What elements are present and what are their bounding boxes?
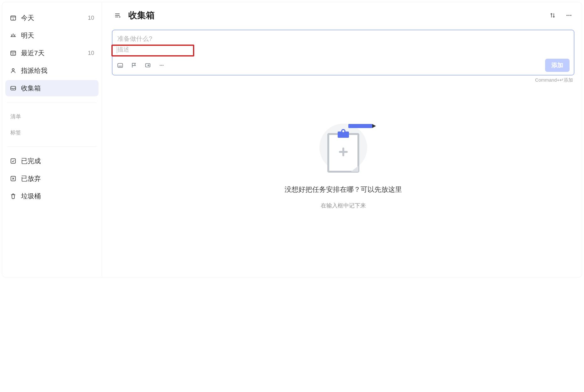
sidebar-item-count: 10	[88, 15, 94, 21]
date-picker-button[interactable]	[117, 62, 124, 69]
move-to-list-button[interactable]	[144, 62, 151, 69]
more-menu-button[interactable]	[564, 10, 574, 21]
sidebar-item-completed[interactable]: 已完成	[5, 153, 99, 169]
empty-title: 没想好把任务安排在哪？可以先放这里	[285, 185, 402, 194]
sidebar-item-trash[interactable]: 垃圾桶	[5, 188, 99, 204]
sidebar: 1 今天 10 明天 Mo 最近7天 10	[2, 2, 102, 277]
sidebar-item-label: 今天	[21, 13, 34, 22]
app-frame: 1 今天 10 明天 Mo 最近7天 10	[2, 2, 582, 277]
calendar-month-icon: Mo	[10, 50, 17, 56]
task-desc-wrap	[117, 46, 197, 54]
empty-state: 没想好把任务安排在哪？可以先放这里 在输入框中记下来	[112, 118, 574, 277]
sidebar-item-label: 指派给我	[21, 66, 47, 75]
svg-point-8	[566, 15, 568, 16]
sidebar-item-label: 明天	[21, 31, 34, 40]
sidebar-section-lists[interactable]: 清单	[5, 109, 99, 124]
svg-rect-6	[11, 159, 16, 164]
sidebar-item-label: 垃圾桶	[21, 192, 41, 201]
sidebar-item-next7days[interactable]: Mo 最近7天 10	[5, 45, 99, 61]
svg-text:Mo: Mo	[12, 53, 15, 55]
sidebar-section-tags[interactable]: 标签	[5, 125, 99, 140]
svg-point-9	[568, 15, 570, 16]
add-task-toolbar: 添加	[117, 59, 570, 72]
svg-point-14	[121, 66, 121, 66]
svg-marker-21	[372, 124, 376, 128]
inbox-icon	[10, 85, 17, 92]
svg-rect-20	[348, 124, 372, 128]
sidebar-item-tomorrow[interactable]: 明天	[5, 27, 99, 44]
empty-clipboard-icon	[309, 118, 378, 177]
main-panel: 收集箱	[102, 2, 582, 277]
sidebar-separator	[7, 146, 97, 147]
sidebar-item-count: 10	[88, 50, 94, 56]
sidebar-item-wontdo[interactable]: 已放弃	[5, 170, 99, 187]
sort-button[interactable]	[547, 10, 558, 21]
sunrise-icon	[10, 32, 17, 39]
text-caret	[117, 46, 117, 53]
calendar-today-icon: 1	[10, 14, 17, 21]
keyboard-hint: Command+↵添加	[112, 77, 574, 83]
svg-point-12	[119, 66, 119, 66]
add-task-card: 添加	[112, 30, 574, 75]
svg-rect-11	[118, 63, 123, 67]
task-description-input[interactable]	[117, 46, 197, 54]
sidebar-item-label: 最近7天	[21, 49, 45, 57]
svg-point-17	[161, 65, 162, 66]
sidebar-item-inbox[interactable]: 收集箱	[5, 80, 99, 96]
priority-flag-button[interactable]	[131, 62, 137, 69]
sidebar-item-label: 已放弃	[21, 174, 41, 183]
task-title-input[interactable]	[117, 34, 570, 44]
svg-point-13	[120, 66, 120, 66]
svg-point-10	[570, 15, 571, 16]
user-icon	[10, 67, 17, 74]
sidebar-separator	[7, 103, 97, 103]
svg-point-25	[342, 130, 344, 132]
sidebar-item-today[interactable]: 1 今天 10	[5, 10, 99, 26]
trash-icon	[10, 193, 17, 200]
toggle-sidebar-button[interactable]	[112, 10, 123, 21]
main-header: 收集箱	[112, 8, 574, 23]
svg-point-4	[12, 69, 14, 71]
x-square-icon	[10, 175, 17, 182]
sidebar-item-assigned[interactable]: 指派给我	[5, 62, 99, 79]
add-task-button[interactable]: 添加	[545, 59, 570, 72]
sidebar-item-label: 收集箱	[21, 84, 41, 93]
check-square-icon	[10, 158, 17, 164]
empty-subtitle: 在输入框中记下来	[321, 202, 366, 209]
svg-point-16	[160, 65, 161, 66]
sidebar-item-label: 已完成	[21, 157, 41, 165]
svg-point-18	[163, 65, 163, 66]
page-title: 收集箱	[128, 9, 155, 21]
svg-text:1: 1	[13, 18, 14, 20]
more-options-button[interactable]	[158, 62, 165, 69]
